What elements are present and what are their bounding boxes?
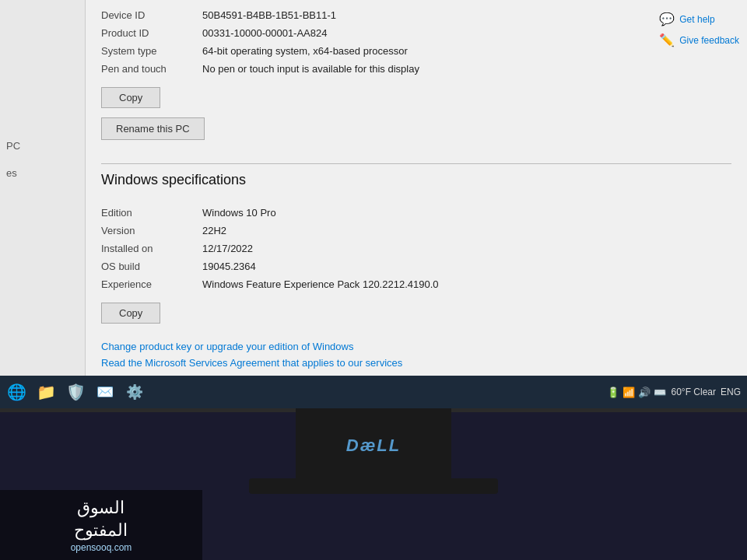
services-agreement-link[interactable]: Read the Microsoft Services Agreement th… xyxy=(101,357,731,369)
product-id-row: Product ID 00331-10000-00001-AA824 xyxy=(101,24,731,42)
experience-label: Experience xyxy=(101,278,202,290)
installed-on-row: Installed on 12/17/2022 xyxy=(101,240,731,257)
rename-button[interactable]: Rename this PC xyxy=(101,117,205,140)
product-id-value: 00331-10000-00001-AA824 xyxy=(202,27,327,39)
windows-spec-title: Windows specifications xyxy=(101,172,731,188)
windows-spec-section: Edition Windows 10 Pro Version 22H2 Inst… xyxy=(101,198,731,293)
battery-icon: 🔋 xyxy=(607,387,619,398)
installed-on-label: Installed on xyxy=(101,243,202,254)
language-indicator[interactable]: ENG xyxy=(721,387,741,397)
feedback-icon: ✏️ xyxy=(659,33,675,47)
right-panel: 💬 Get help ✏️ Give feedback xyxy=(659,12,739,47)
experience-row: Experience Windows Feature Experience Pa… xyxy=(101,275,731,293)
section-divider xyxy=(101,163,731,164)
give-feedback-link[interactable]: ✏️ Give feedback xyxy=(659,33,739,47)
system-type-value: 64-bit operating system, x64-based proce… xyxy=(202,45,408,57)
system-type-label: System type xyxy=(101,45,202,57)
os-build-value: 19045.2364 xyxy=(202,261,256,272)
watermark-sub: opensooq.com xyxy=(71,542,132,553)
edition-label: Edition xyxy=(101,207,202,219)
weather-temp: 60°F Clear xyxy=(671,387,716,397)
device-info-section: Device ID 50B4591-B4BB-1B51-BB11-1 Produ… xyxy=(101,0,731,78)
experience-value: Windows Feature Experience Pack 120.2212… xyxy=(202,278,439,290)
version-label: Version xyxy=(101,225,202,236)
monitor-stand: DæLL xyxy=(296,408,451,482)
taskbar-settings-icon[interactable]: ⚙️ xyxy=(121,379,148,405)
pen-touch-value: No pen or touch input is available for t… xyxy=(202,63,419,75)
taskbar-explorer-icon[interactable]: 📁 xyxy=(33,379,59,405)
taskbar-edge-icon[interactable]: 🌐 xyxy=(3,379,30,405)
version-value: 22H2 xyxy=(202,225,226,236)
copy-button-2[interactable]: Copy xyxy=(101,303,160,324)
device-id-row: Device ID 50B4591-B4BB-1B51-BB11-1 xyxy=(101,6,731,24)
copy-button-1[interactable]: Copy xyxy=(101,87,160,108)
taskbar-right: 🔋 📶 🔊 ⌨️ 60°F Clear ENG xyxy=(607,387,747,398)
system-tray: 🔋 📶 🔊 ⌨️ xyxy=(607,387,666,398)
sidebar-item-pc[interactable]: PC xyxy=(0,132,85,159)
edition-value: Windows 10 Pro xyxy=(202,207,276,219)
pen-touch-row: Pen and touch No pen or touch input is a… xyxy=(101,60,731,78)
network-icon: 📶 xyxy=(622,387,635,398)
taskbar: 🌐 📁 🛡️ ✉️ ⚙️ 🔋 📶 🔊 ⌨️ 60°F Clear ENG xyxy=(0,376,747,408)
weather-display: 60°F Clear xyxy=(671,387,716,397)
taskbar-mail-icon[interactable]: ✉️ xyxy=(92,379,118,405)
keyboard-icon: ⌨️ xyxy=(654,387,666,398)
dell-logo: DæLL xyxy=(346,436,401,456)
device-id-value: 50B4591-B4BB-1B51-BB11-1 xyxy=(202,9,336,21)
volume-icon: 🔊 xyxy=(638,387,651,398)
monitor-screen: PC es 💬 Get help ✏️ Give feedback Device… xyxy=(0,0,747,397)
language-label: ENG xyxy=(721,387,741,397)
get-help-link[interactable]: 💬 Get help xyxy=(659,12,739,26)
version-row: Version 22H2 xyxy=(101,222,731,240)
sidebar-item-es[interactable]: es xyxy=(0,159,85,187)
product-id-label: Product ID xyxy=(101,27,202,39)
help-icon: 💬 xyxy=(659,12,675,26)
os-build-label: OS build xyxy=(101,261,202,272)
change-key-link[interactable]: Change product key or upgrade your editi… xyxy=(101,341,731,352)
watermark-arabic: السوقالمفتوح xyxy=(71,497,132,541)
monitor-base xyxy=(249,478,498,494)
give-feedback-label: Give feedback xyxy=(679,35,739,46)
left-sidebar: PC es xyxy=(0,0,86,397)
taskbar-shield-icon[interactable]: 🛡️ xyxy=(62,379,89,405)
watermark-area: السوقالمفتوح opensooq.com xyxy=(0,490,202,560)
edition-row: Edition Windows 10 Pro xyxy=(101,204,731,222)
os-build-row: OS build 19045.2364 xyxy=(101,257,731,275)
installed-on-value: 12/17/2022 xyxy=(202,243,253,254)
taskbar-left: 🌐 📁 🛡️ ✉️ ⚙️ xyxy=(0,379,148,405)
pen-touch-label: Pen and touch xyxy=(101,63,202,75)
device-id-label: Device ID xyxy=(101,9,202,21)
get-help-label: Get help xyxy=(679,14,714,25)
main-content: 💬 Get help ✏️ Give feedback Device ID 50… xyxy=(86,0,747,397)
system-type-row: System type 64-bit operating system, x64… xyxy=(101,42,731,60)
